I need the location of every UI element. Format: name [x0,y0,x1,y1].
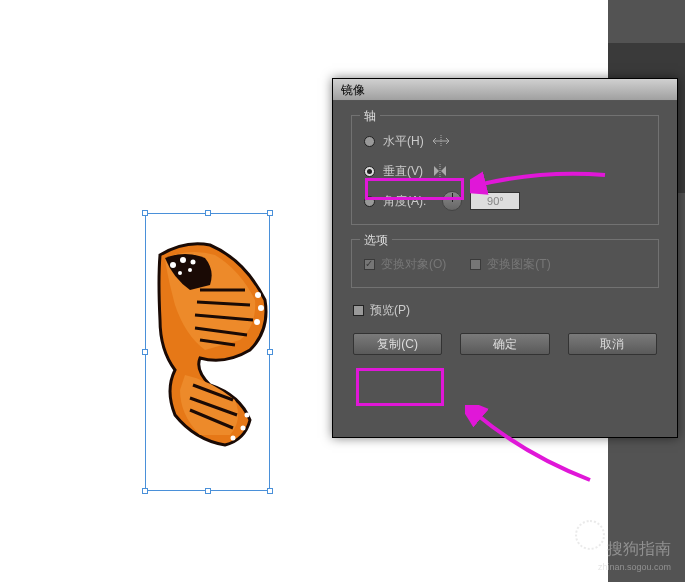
options-fieldset: 选项 变换对象(O) 变换图案(T) [351,239,659,288]
axis-fieldset: 轴 水平(H) 垂直(V) 角度(A): [351,115,659,225]
transform-pattern-label: 变换图案(T) [487,256,550,273]
vertical-flip-icon [431,164,449,178]
watermark-logo-icon [575,520,605,550]
preview-checkbox[interactable] [353,305,364,316]
dialog-title[interactable]: 镜像 [333,79,677,101]
vertical-label: 垂直(V) [383,163,423,180]
transform-pattern-checkbox [470,259,481,270]
resize-handle[interactable] [142,488,148,494]
horizontal-option[interactable]: 水平(H) [364,132,646,150]
radio-vertical[interactable] [364,166,375,177]
angle-dial[interactable] [442,191,462,211]
resize-handle[interactable] [267,488,273,494]
svg-point-7 [254,319,260,325]
mirror-dialog: 镜像 轴 水平(H) 垂直(V) 角度(A): 选项 [332,78,678,438]
preview-option[interactable]: 预览(P) [353,302,659,319]
axis-legend: 轴 [360,108,380,125]
ok-button[interactable]: 确定 [460,333,549,355]
resize-handle[interactable] [142,349,148,355]
svg-point-0 [170,262,176,268]
svg-point-9 [241,426,246,431]
vertical-option[interactable]: 垂直(V) [364,162,646,180]
resize-handle[interactable] [267,210,273,216]
transform-objects-checkbox [364,259,375,270]
angle-label: 角度(A): [383,193,426,210]
svg-point-5 [255,292,261,298]
angle-option[interactable]: 角度(A): [364,192,646,210]
copy-button[interactable]: 复制(C) [353,333,442,355]
svg-point-6 [258,305,264,311]
watermark-brand: 搜狗指南 [607,539,671,560]
horizontal-flip-icon [432,134,450,148]
svg-point-10 [231,436,236,441]
horizontal-label: 水平(H) [383,133,424,150]
radio-horizontal[interactable] [364,136,375,147]
preview-label: 预览(P) [370,302,410,319]
radio-angle[interactable] [364,196,375,207]
resize-handle[interactable] [205,210,211,216]
angle-input[interactable] [470,192,520,210]
butterfly-image [155,240,270,450]
svg-point-2 [191,260,196,265]
watermark-url: zhinan.sogou.com [598,562,671,572]
svg-point-1 [180,257,186,263]
options-legend: 选项 [360,232,392,249]
svg-point-8 [245,413,250,418]
cancel-button[interactable]: 取消 [568,333,657,355]
svg-point-4 [188,268,192,272]
transform-objects-label: 变换对象(O) [381,256,446,273]
svg-point-3 [178,271,182,275]
resize-handle[interactable] [142,210,148,216]
resize-handle[interactable] [205,488,211,494]
